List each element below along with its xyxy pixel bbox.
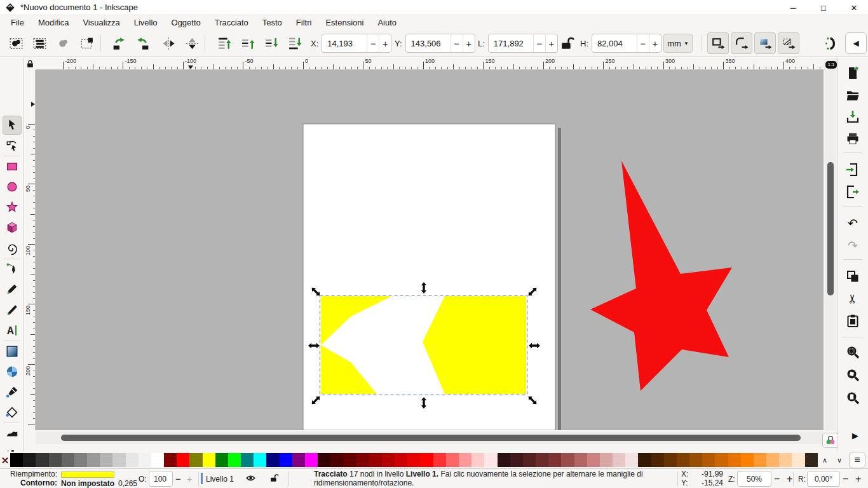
palette-swatch[interactable]	[613, 453, 625, 467]
palette-swatch[interactable]	[446, 453, 459, 467]
palette-swatch[interactable]	[74, 453, 87, 467]
paste-button[interactable]	[843, 311, 862, 330]
width-decrement-button[interactable]: −	[533, 34, 545, 52]
palette-swatch[interactable]	[343, 453, 356, 467]
x-decrement-button[interactable]: −	[367, 34, 379, 52]
vertical-scrollbar[interactable]	[825, 70, 836, 430]
palette-swatch[interactable]	[459, 453, 471, 467]
flip-horizontal-button[interactable]	[158, 32, 179, 54]
minimize-button[interactable]: ─	[783, 0, 803, 15]
canvas[interactable]	[36, 70, 824, 430]
palette-swatch[interactable]	[228, 453, 241, 467]
palette-swatch[interactable]	[600, 453, 613, 467]
palette-swatch[interactable]	[548, 453, 561, 467]
menu-modifica[interactable]: Modifica	[31, 17, 76, 29]
export-button[interactable]	[843, 182, 862, 201]
palette-swatch[interactable]	[305, 453, 318, 467]
maximize-button[interactable]: □	[814, 0, 833, 15]
palette-swatch[interactable]	[510, 453, 523, 467]
selection-dialog-button[interactable]	[76, 32, 97, 54]
gradient-tool[interactable]	[3, 342, 22, 361]
raise-button[interactable]	[237, 32, 259, 54]
node-tool[interactable]	[3, 136, 22, 155]
y-input[interactable]: 143,506	[406, 34, 451, 52]
palette-swatch[interactable]	[266, 453, 279, 467]
palette-swatch[interactable]	[574, 453, 587, 467]
palette-swatch[interactable]	[356, 453, 369, 467]
calligraphy-tool[interactable]	[3, 301, 22, 320]
x-input[interactable]: 14,193	[322, 34, 367, 52]
save-document-button[interactable]	[843, 107, 862, 126]
palette-swatch[interactable]	[779, 453, 792, 467]
palette-scroll-down-button[interactable]: ∨	[833, 454, 846, 466]
zoom-input[interactable]: 50%	[737, 471, 771, 487]
palette-swatch[interactable]	[689, 453, 702, 467]
copy-button[interactable]	[843, 267, 862, 286]
palette-scroll-up-button[interactable]: ∧	[818, 454, 831, 466]
menu-testo[interactable]: Testo	[255, 17, 289, 29]
palette-swatch[interactable]	[318, 453, 330, 467]
ellipse-tool[interactable]	[3, 177, 22, 196]
palette-swatch[interactable]	[395, 453, 407, 467]
height-increment-button[interactable]: +	[649, 34, 661, 52]
palette-swatch[interactable]	[498, 453, 510, 467]
zoom-decrement-button[interactable]: −	[774, 473, 780, 485]
palette-swatch[interactable]	[292, 453, 305, 467]
rotation-increment-button[interactable]: +	[855, 473, 861, 485]
move-clips-toggle[interactable]	[778, 32, 799, 54]
width-increment-button[interactable]: +	[545, 34, 557, 52]
opacity-input[interactable]: 100	[149, 471, 173, 487]
palette-swatch[interactable]	[407, 453, 420, 467]
print-button[interactable]	[843, 129, 862, 148]
palette-swatch[interactable]	[561, 453, 574, 467]
palette-swatch[interactable]	[741, 453, 754, 467]
fill-color-swatch[interactable]	[61, 471, 114, 478]
palette-swatch[interactable]	[241, 453, 254, 467]
mesh-gradient-tool[interactable]	[3, 362, 22, 381]
vertical-ruler[interactable]: 050100150200	[24, 70, 36, 430]
palette-swatch[interactable]	[330, 453, 343, 467]
stroke-value[interactable]: Non impostato	[61, 479, 114, 488]
palette-swatch[interactable]	[87, 453, 100, 467]
rotation-decrement-button[interactable]: −	[843, 473, 848, 485]
palette-swatch[interactable]	[112, 453, 125, 467]
palette-swatch[interactable]	[536, 453, 548, 467]
stroke-width-value[interactable]: 0,265	[118, 479, 137, 488]
palette-swatch[interactable]	[215, 453, 228, 467]
palette-swatch[interactable]	[10, 453, 23, 467]
palette-swatch[interactable]	[433, 453, 446, 467]
palette-swatch[interactable]	[677, 453, 689, 467]
x-increment-button[interactable]: +	[379, 34, 391, 52]
palette-swatch[interactable]	[792, 453, 804, 467]
flip-vertical-button[interactable]	[181, 32, 203, 54]
y-increment-button[interactable]: +	[463, 34, 475, 52]
snapbar-collapse-button[interactable]: ◀	[845, 32, 867, 54]
spiral-tool[interactable]	[3, 239, 22, 258]
y-decrement-button[interactable]: −	[451, 34, 463, 52]
zoom-page-button[interactable]	[843, 388, 862, 407]
horizontal-ruler[interactable]: -200-150-100-50050100150200250300350400	[36, 57, 824, 70]
selected-object[interactable]	[321, 296, 526, 394]
new-document-button[interactable]	[843, 64, 862, 83]
snap-toggle-button[interactable]	[818, 32, 840, 54]
palette-swatch[interactable]	[766, 453, 779, 467]
deselect-button[interactable]	[52, 32, 74, 54]
select-all-button[interactable]	[5, 32, 27, 54]
vertical-scrollbar-thumb[interactable]	[827, 162, 834, 295]
unit-dropdown[interactable]: mm ▼	[663, 34, 693, 53]
box3d-tool[interactable]	[3, 218, 22, 237]
open-document-button[interactable]	[843, 85, 862, 104]
palette-swatch[interactable]	[280, 453, 292, 467]
menu-tracciato[interactable]: Tracciato	[208, 17, 255, 29]
rectangle-tool[interactable]	[3, 157, 22, 176]
pencil-tool[interactable]	[3, 280, 22, 299]
selector-tool[interactable]	[3, 116, 22, 135]
import-button[interactable]	[843, 160, 862, 179]
palette-swatch[interactable]	[754, 453, 766, 467]
palette-swatch[interactable]	[126, 453, 139, 467]
menu-livello[interactable]: Livello	[127, 17, 165, 29]
zoom-increment-button[interactable]: +	[787, 473, 792, 485]
palette-none-swatch[interactable]: ✕	[0, 453, 10, 467]
rotate-ccw-button[interactable]	[108, 32, 130, 54]
undo-button[interactable]: ↶	[843, 214, 862, 233]
